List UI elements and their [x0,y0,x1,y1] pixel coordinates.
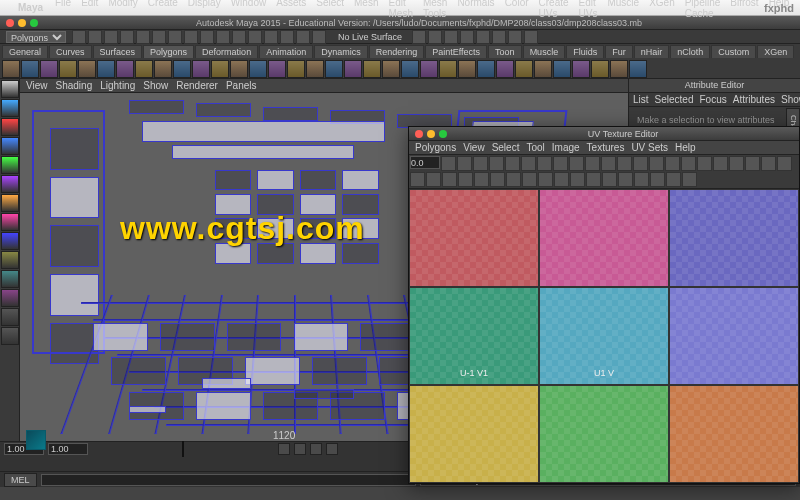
shelf-tab-custom[interactable]: Custom [711,45,756,58]
uv-close[interactable] [415,130,423,138]
status-icon-2[interactable] [104,30,118,44]
command-input[interactable] [41,474,417,486]
shelf-button-7[interactable] [135,60,153,78]
mac-menu-muscle[interactable]: Muscle [607,0,639,19]
range-start-field2[interactable] [48,443,88,455]
vp-menu-show[interactable]: Show [143,80,168,91]
uv-menu-textures[interactable]: Textures [587,142,625,153]
mac-menu-modify[interactable]: Modify [108,0,137,19]
menu-set-selector[interactable]: Polygons [6,31,66,43]
uv-tool-36[interactable] [634,172,649,187]
tool-6[interactable] [1,194,19,212]
status-icon-8[interactable] [200,30,214,44]
tool-2[interactable] [1,118,19,136]
uv-min[interactable] [427,130,435,138]
mac-menu-create[interactable]: Create [148,0,178,19]
shelf-button-6[interactable] [116,60,134,78]
shelf-tab-dynamics[interactable]: Dynamics [314,45,368,58]
shelf-tab-nhair[interactable]: nHair [634,45,670,58]
step-fwd-button[interactable] [326,443,338,455]
uv-tool-33[interactable] [586,172,601,187]
shelf-button-23[interactable] [439,60,457,78]
status-icon-14[interactable] [296,30,310,44]
uv-tool-32[interactable] [570,172,585,187]
vp-menu-renderer[interactable]: Renderer [176,80,218,91]
play-back-button[interactable] [278,443,290,455]
shelf-button-14[interactable] [268,60,286,78]
uv-menu-help[interactable]: Help [675,142,696,153]
shelf-button-13[interactable] [249,60,267,78]
status-icon-9[interactable] [216,30,230,44]
uv-menu-polygons[interactable]: Polygons [415,142,456,153]
uv-tool-7[interactable] [553,156,568,171]
status-icon2-0[interactable] [412,30,426,44]
tool-1[interactable] [1,99,19,117]
shelf-tab-animation[interactable]: Animation [259,45,313,58]
uv-tool-23[interactable] [426,172,441,187]
mac-menu-file[interactable]: File [55,0,71,19]
shelf-tab-general[interactable]: General [2,45,48,58]
shelf-button-29[interactable] [553,60,571,78]
uv-canvas[interactable]: U-1 V1U1 V [409,189,799,483]
uv-tool-20[interactable] [761,156,776,171]
attr-menu-show[interactable]: Show [781,94,800,105]
uv-titlebar[interactable]: UV Texture Editor [409,127,799,141]
uv-tool-29[interactable] [522,172,537,187]
status-icon-4[interactable] [136,30,150,44]
status-icon-5[interactable] [152,30,166,44]
tool-10[interactable] [1,270,19,288]
tool-3[interactable] [1,137,19,155]
time-slider[interactable]: 1120 [182,441,184,457]
status-icon-15[interactable] [312,30,326,44]
attr-menu-list[interactable]: List [633,94,649,105]
vp-menu-panels[interactable]: Panels [226,80,257,91]
shelf-button-18[interactable] [344,60,362,78]
mac-menu-color[interactable]: Color [505,0,529,19]
shelf-button-12[interactable] [230,60,248,78]
minimize-window[interactable] [18,19,26,27]
shelf-tab-fur[interactable]: Fur [605,45,633,58]
uv-quadrant-4[interactable]: U1 V [539,287,669,385]
uv-tool-34[interactable] [602,172,617,187]
shelf-button-28[interactable] [534,60,552,78]
status-icon2-5[interactable] [492,30,506,44]
status-icon2-3[interactable] [460,30,474,44]
uv-quadrant-6[interactable] [409,385,539,483]
shelf-tab-ncloth[interactable]: nCloth [670,45,710,58]
step-back-button[interactable] [310,443,322,455]
mac-menu-create-uvs[interactable]: Create UVs [539,0,569,19]
uv-tool-10[interactable] [601,156,616,171]
uv-quadrant-0[interactable] [409,189,539,287]
mac-menu-mesh-tools[interactable]: Mesh Tools [423,0,447,19]
shelf-tab-toon[interactable]: Toon [488,45,522,58]
play-fwd-button[interactable] [294,443,306,455]
uv-quadrant-8[interactable] [669,385,799,483]
mac-menu-bifrost[interactable]: Bifrost [730,0,758,19]
shelf-button-19[interactable] [363,60,381,78]
uv-tool-5[interactable] [521,156,536,171]
uv-tool-6[interactable] [537,156,552,171]
status-icon-13[interactable] [280,30,294,44]
uv-tool-24[interactable] [442,172,457,187]
uv-tool-3[interactable] [489,156,504,171]
tool-12[interactable] [1,308,19,326]
attr-menu-focus[interactable]: Focus [699,94,726,105]
shelf-button-2[interactable] [40,60,58,78]
status-icon2-1[interactable] [428,30,442,44]
uv-tool-25[interactable] [458,172,473,187]
shelf-button-1[interactable] [21,60,39,78]
shelf-button-21[interactable] [401,60,419,78]
uv-tool-13[interactable] [649,156,664,171]
status-icon-10[interactable] [232,30,246,44]
vp-menu-view[interactable]: View [26,80,48,91]
status-icon-1[interactable] [88,30,102,44]
mac-menu-edit-mesh[interactable]: Edit Mesh [388,0,412,19]
shelf-tab-muscle[interactable]: Muscle [523,45,566,58]
uv-tool-4[interactable] [505,156,520,171]
shelf-button-26[interactable] [496,60,514,78]
shelf-button-10[interactable] [192,60,210,78]
shelf-button-32[interactable] [610,60,628,78]
shelf-button-30[interactable] [572,60,590,78]
uv-menu-tool[interactable]: Tool [526,142,544,153]
tool-13[interactable] [1,327,19,345]
